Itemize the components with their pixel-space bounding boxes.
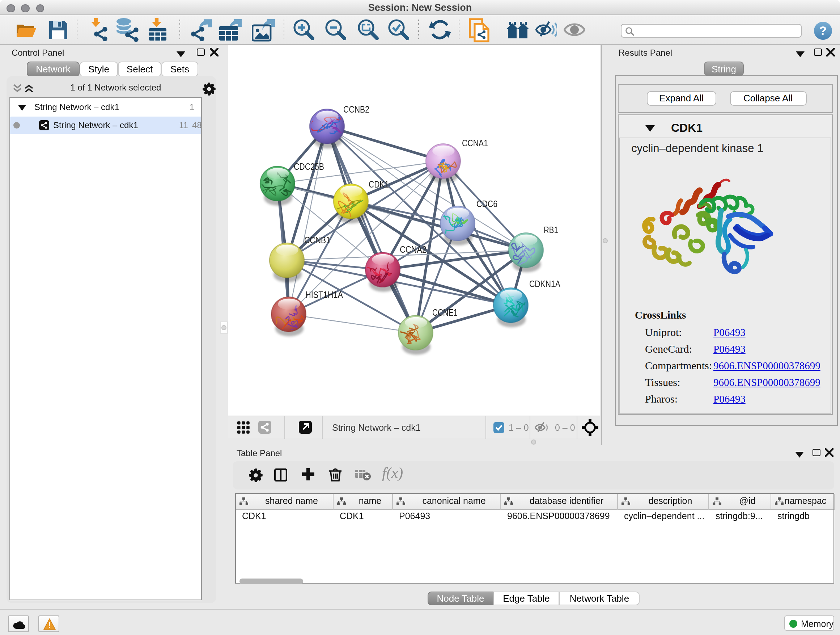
svg-text:RB1: RB1 [544,225,558,235]
svg-text:CDC6: CDC6 [477,199,497,209]
svg-text:CCNE1: CCNE1 [432,307,458,318]
svg-text:CCNA2: CCNA2 [400,244,426,255]
svg-text:CCNB1: CCNB1 [304,235,330,245]
svg-text:CDC25B: CDC25B [294,162,324,172]
svg-text:HIST1H1A: HIST1H1A [305,290,343,300]
svg-text:CDK1: CDK1 [369,179,389,189]
svg-text:CCNB2: CCNB2 [343,104,369,114]
svg-text:CDKN1A: CDKN1A [529,279,561,289]
svg-text:CCNA1: CCNA1 [462,138,488,148]
